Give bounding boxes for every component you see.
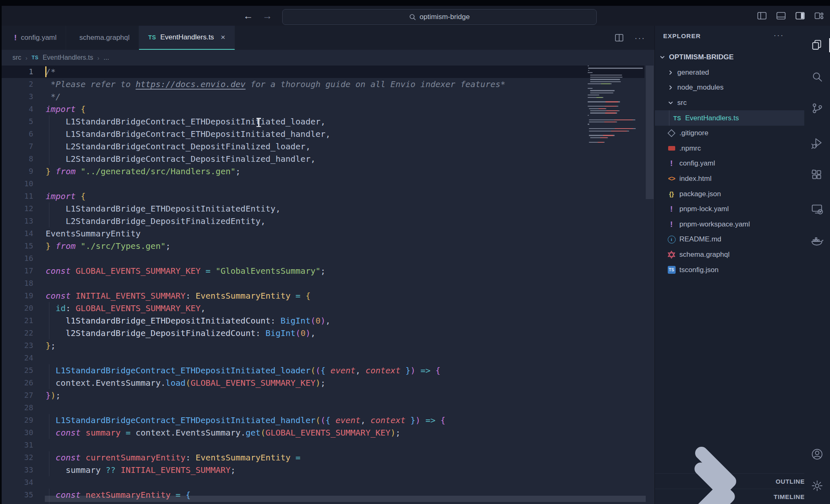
code-line-30[interactable]: 30 const summary = context.EventsSummary… bbox=[2, 426, 644, 439]
tree-item-eventhandlers-ts[interactable]: TSEventHandlers.ts bbox=[655, 110, 805, 126]
customize-layout-icon[interactable] bbox=[814, 11, 824, 21]
minimap-highlight bbox=[596, 97, 603, 98]
line-number: 34 bbox=[2, 476, 33, 489]
code-line-20[interactable]: 20 id: GLOBAL_EVENTS_SUMMARY_KEY, bbox=[2, 302, 644, 314]
minimap-highlight bbox=[598, 142, 604, 143]
tab-schema-graphql[interactable]: schema.graphql bbox=[66, 26, 139, 50]
window-left-edge bbox=[0, 0, 2, 504]
code-line-27[interactable]: 27}); bbox=[2, 389, 644, 402]
explorer-root-optimism-bridge[interactable]: OPTIMISM-BRIDGE bbox=[655, 50, 805, 65]
line-content: const INITIAL_EVENTS_SUMMARY: EventsSumm… bbox=[46, 291, 310, 301]
remote-icon[interactable] bbox=[811, 203, 823, 215]
code-line-10[interactable]: 10 bbox=[2, 178, 644, 190]
tree-item-pnpm-workspace-yaml[interactable]: !pnpm-workspace.yaml bbox=[655, 217, 805, 232]
tree-item-src[interactable]: src bbox=[655, 95, 805, 111]
code-line-22[interactable]: 22 l2StandardBridge_DepositFinalizedCoun… bbox=[2, 327, 644, 339]
layout-sidebar-right-active-icon[interactable] bbox=[795, 11, 805, 21]
vscode-window: ← → optimism-bridge bbox=[0, 0, 830, 504]
split-editor-icon[interactable] bbox=[615, 33, 624, 42]
debug-icon[interactable] bbox=[811, 136, 823, 149]
code-line-23[interactable]: 23}; bbox=[2, 339, 644, 352]
item-label: package.json bbox=[679, 190, 721, 198]
minimap[interactable] bbox=[588, 66, 646, 215]
code-line-26[interactable]: 26 context.EventsSummary.load(GLOBAL_EVE… bbox=[2, 377, 644, 389]
settings-icon[interactable] bbox=[811, 480, 823, 492]
item-label: tsconfig.json bbox=[679, 266, 719, 274]
line-content: const GLOBAL_EVENTS_SUMMARY_KEY = "Globa… bbox=[46, 266, 325, 276]
tsconfig-icon: TS bbox=[667, 266, 676, 274]
code-line-12[interactable]: 12 L1StandardBridge_ETHDepositInitiatedE… bbox=[2, 202, 644, 215]
code-line-6[interactable]: 6 L1StandardBridgeContract_ETHDepositIni… bbox=[2, 128, 644, 140]
files-icon[interactable] bbox=[811, 39, 823, 51]
npm-icon bbox=[667, 146, 676, 151]
code-line-13[interactable]: 13 L2StandardBridge_DepositFinalizedEnti… bbox=[2, 215, 644, 227]
code-editor[interactable]: 1/*2 *Please refer to https://docs.envio… bbox=[2, 66, 654, 504]
text-caret bbox=[45, 66, 46, 77]
mouse-cursor bbox=[258, 118, 259, 127]
code-line-7[interactable]: 7 L2StandardBridgeContract_DepositFinali… bbox=[2, 140, 644, 153]
explorer-title: EXPLORER bbox=[663, 32, 701, 39]
code-line-9[interactable]: 9} from "../generated/src/Handlers.gen"; bbox=[2, 165, 644, 178]
tab-config-yaml[interactable]: !config.yaml bbox=[2, 26, 66, 50]
tree-item-config-yaml[interactable]: !config.yaml bbox=[655, 156, 805, 171]
code-line-1[interactable]: 1/* bbox=[2, 66, 644, 78]
code-line-8[interactable]: 8 L2StandardBridgeContract_DepositFinali… bbox=[2, 153, 644, 165]
tree-item-node-modules[interactable]: node_modules bbox=[655, 80, 805, 95]
code-line-5[interactable]: 5 L1StandardBridgeContract_ETHDepositIni… bbox=[2, 115, 644, 128]
code-line-14[interactable]: 14EventsSummaryEntity bbox=[2, 227, 644, 240]
extensions-icon[interactable] bbox=[811, 168, 823, 181]
code-line-17[interactable]: 17const GLOBAL_EVENTS_SUMMARY_KEY = "Glo… bbox=[2, 265, 644, 277]
horizontal-scrollbar[interactable] bbox=[45, 496, 646, 502]
code-line-16[interactable]: 16 bbox=[2, 252, 644, 265]
code-line-29[interactable]: 29 L1StandardBridgeContract_ETHDepositIn… bbox=[2, 414, 644, 426]
tree-item-tsconfig-json[interactable]: TStsconfig.json bbox=[655, 262, 805, 278]
code-line-4[interactable]: 4import { bbox=[2, 103, 644, 115]
close-icon[interactable]: × bbox=[221, 33, 225, 42]
history-forward-icon[interactable]: → bbox=[260, 8, 275, 23]
tree-item-schema-graphql[interactable]: schema.graphql bbox=[655, 247, 805, 263]
code-line-34[interactable]: 34 bbox=[2, 476, 644, 489]
tree-item--npmrc[interactable]: .npmrc bbox=[655, 141, 805, 156]
code-line-3[interactable]: 3 */ bbox=[2, 90, 644, 103]
tree-item-index-html[interactable]: <>index.html bbox=[655, 171, 805, 187]
code-line-31[interactable]: 31 bbox=[2, 439, 644, 451]
docker-icon[interactable] bbox=[811, 234, 823, 247]
vertical-scrollbar[interactable] bbox=[646, 66, 654, 199]
tree-item-generated[interactable]: generated bbox=[655, 65, 805, 80]
tree-item-readme-md[interactable]: iREADME.md bbox=[655, 232, 805, 247]
explorer-more-actions-icon[interactable]: ··· bbox=[774, 31, 784, 40]
search-icon bbox=[409, 14, 416, 21]
code-line-33[interactable]: 33 summary ?? INITIAL_EVENTS_SUMMARY; bbox=[2, 464, 644, 476]
breadcrumb-item-src[interactable]: src bbox=[12, 54, 21, 61]
code-line-19[interactable]: 19const INITIAL_EVENTS_SUMMARY: EventsSu… bbox=[2, 290, 644, 302]
tree-item--gitignore[interactable]: .gitignore bbox=[655, 126, 805, 141]
item-label: pnpm-lock.yaml bbox=[679, 205, 729, 213]
tab-EventHandlers-ts[interactable]: TSEventHandlers.ts× bbox=[139, 26, 234, 50]
tree-item-pnpm-lock-yaml[interactable]: !pnpm-lock.yaml bbox=[655, 202, 805, 217]
search-input[interactable]: optimism-bridge bbox=[282, 9, 597, 25]
code-line-25[interactable]: 25 L1StandardBridgeContract_ETHDepositIn… bbox=[2, 364, 644, 377]
code-line-32[interactable]: 32 const currentSummaryEntity: EventsSum… bbox=[2, 451, 644, 464]
layout-sidebar-left-icon[interactable] bbox=[757, 11, 767, 21]
code-line-2[interactable]: 2 *Please refer to https://docs.envio.de… bbox=[2, 78, 644, 90]
section-timeline[interactable]: TIMELINE bbox=[655, 489, 805, 504]
yaml-icon: ! bbox=[667, 205, 676, 214]
breadcrumb-item-file[interactable]: EventHandlers.ts bbox=[43, 54, 93, 61]
code-line-28[interactable]: 28 bbox=[2, 402, 644, 414]
account-icon[interactable] bbox=[811, 448, 823, 460]
code-line-24[interactable]: 24 bbox=[2, 352, 644, 364]
minimap-highlight bbox=[601, 83, 610, 84]
line-number: 2 bbox=[2, 78, 33, 90]
code-line-11[interactable]: 11import { bbox=[2, 190, 644, 202]
source-control-icon[interactable] bbox=[811, 102, 823, 114]
code-line-15[interactable]: 15} from "./src/Types.gen"; bbox=[2, 240, 644, 252]
code-line-18[interactable]: 18 bbox=[2, 277, 644, 290]
code-line-21[interactable]: 21 l1StandardBridge_ETHDepositInitiatedC… bbox=[2, 314, 644, 327]
history-back-icon[interactable]: ← bbox=[241, 8, 256, 23]
tree-item-package-json[interactable]: {}package.json bbox=[655, 186, 805, 202]
more-actions-icon[interactable]: ··· bbox=[635, 33, 645, 43]
layout-panel-icon[interactable] bbox=[776, 11, 786, 21]
breadcrumb-item-symbol[interactable]: ... bbox=[104, 54, 109, 61]
search-value: optimism-bridge bbox=[420, 13, 470, 21]
search-icon[interactable] bbox=[811, 71, 823, 83]
